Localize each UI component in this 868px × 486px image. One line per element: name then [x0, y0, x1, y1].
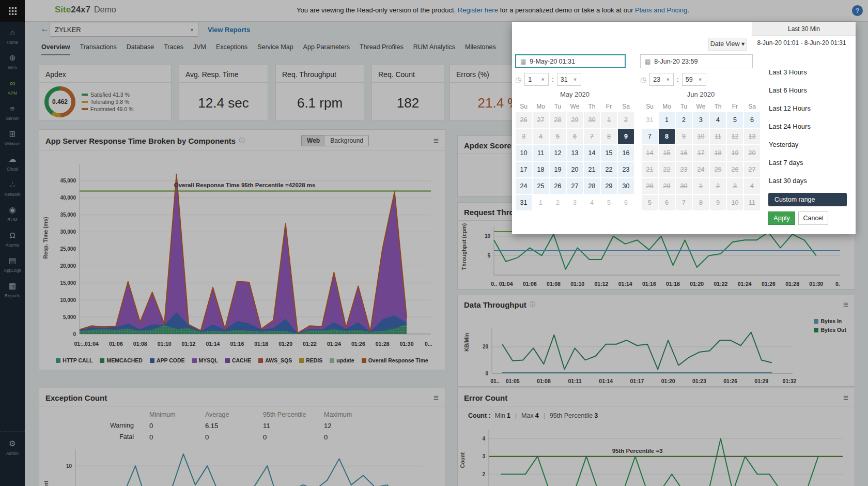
calendar-day[interactable]: 27: [566, 178, 583, 194]
calendar-day[interactable]: 1: [532, 194, 549, 211]
calendar-day[interactable]: 30: [583, 112, 600, 128]
calendar-day[interactable]: 13: [566, 145, 583, 161]
calendar-day[interactable]: 16: [617, 145, 634, 161]
calendar-day[interactable]: 30: [617, 178, 634, 194]
quick-range-yesterday[interactable]: Yesterday: [769, 139, 853, 157]
calendar-day[interactable]: 11: [743, 194, 761, 211]
cancel-button[interactable]: Cancel: [798, 211, 828, 225]
calendar-day[interactable]: 4: [743, 178, 761, 194]
calendar-day[interactable]: 4: [709, 112, 726, 128]
quick-range-last-30-days[interactable]: Last 30 days: [769, 175, 853, 193]
start-hour-select[interactable]: 1▼: [524, 73, 549, 86]
calendar-day[interactable]: 21: [641, 161, 658, 178]
calendar-day[interactable]: 5: [641, 194, 658, 211]
date-view-dropdown[interactable]: Date View ▾: [708, 38, 747, 51]
calendar-day[interactable]: 24: [515, 178, 532, 194]
calendar-day[interactable]: 21: [583, 161, 600, 178]
calendar-day[interactable]: 23: [617, 161, 634, 178]
calendar-day[interactable]: 7: [675, 194, 692, 211]
calendar-day[interactable]: 26: [726, 161, 743, 178]
calendar-day[interactable]: 5: [600, 194, 617, 211]
calendar-day[interactable]: 12: [726, 128, 743, 145]
calendar-day[interactable]: 10: [726, 194, 743, 211]
calendar-day[interactable]: 24: [692, 161, 709, 178]
calendar-day[interactable]: 22: [600, 161, 617, 178]
calendar-day[interactable]: 29: [600, 178, 617, 194]
calendar-day[interactable]: 3: [515, 128, 532, 145]
calendar-day[interactable]: 28: [583, 178, 600, 194]
quick-range-last-12-hours[interactable]: Last 12 Hours: [769, 103, 853, 121]
calendar-day[interactable]: 23: [675, 161, 692, 178]
calendar-day[interactable]: 15: [658, 145, 675, 161]
calendar-day[interactable]: 16: [675, 145, 692, 161]
calendar-day[interactable]: 10: [692, 128, 709, 145]
calendar-day[interactable]: 17: [692, 145, 709, 161]
calendar-day[interactable]: 1: [658, 112, 675, 128]
calendar-day[interactable]: 11: [532, 145, 549, 161]
calendar-day[interactable]: 29: [658, 178, 675, 194]
calendar-day[interactable]: 12: [549, 145, 566, 161]
start-date-input[interactable]: ▦ 9-May-20 01:31: [515, 54, 626, 68]
calendar-day[interactable]: 17: [515, 161, 532, 178]
calendar-day[interactable]: 8: [658, 128, 675, 145]
calendar-day[interactable]: 15: [600, 145, 617, 161]
calendar-day[interactable]: 4: [583, 194, 600, 211]
calendar-day[interactable]: 28: [641, 178, 658, 194]
calendar-day[interactable]: 2: [549, 194, 566, 211]
calendar-day[interactable]: 25: [532, 178, 549, 194]
calendar-day[interactable]: 7: [583, 128, 600, 145]
calendar-day[interactable]: 29: [566, 112, 583, 128]
calendar-day[interactable]: 14: [583, 145, 600, 161]
calendar-day[interactable]: 31: [515, 194, 532, 211]
calendar-day[interactable]: 6: [566, 128, 583, 145]
calendar-day[interactable]: 22: [658, 161, 675, 178]
calendar-day[interactable]: 2: [709, 178, 726, 194]
calendar-day[interactable]: 28: [549, 112, 566, 128]
calendar-day[interactable]: 1: [600, 112, 617, 128]
calendar-day[interactable]: 4: [532, 128, 549, 145]
calendar-day[interactable]: 2: [617, 112, 634, 128]
calendar-day[interactable]: 3: [726, 178, 743, 194]
custom-range-option[interactable]: Custom range: [768, 193, 847, 206]
calendar-day[interactable]: 6: [617, 194, 634, 211]
quick-range-last-6-hours[interactable]: Last 6 Hours: [769, 85, 853, 103]
calendar-day[interactable]: 2: [675, 112, 692, 128]
end-date-input[interactable]: ▦ 8-Jun-20 23:59: [640, 54, 753, 68]
calendar-day[interactable]: 31: [641, 112, 658, 128]
calendar-day[interactable]: 9: [675, 128, 692, 145]
end-minute-select[interactable]: 59▼: [682, 73, 706, 86]
calendar-day[interactable]: 18: [709, 145, 726, 161]
calendar-day[interactable]: 27: [532, 112, 549, 128]
calendar-day[interactable]: 5: [549, 128, 566, 145]
calendar-day[interactable]: 30: [675, 178, 692, 194]
calendar-day[interactable]: 18: [532, 161, 549, 178]
calendar-day[interactable]: 9: [709, 194, 726, 211]
calendar-day[interactable]: 13: [743, 128, 761, 145]
current-range-tab[interactable]: Last 30 Min: [752, 22, 856, 36]
calendar-day[interactable]: 20: [566, 161, 583, 178]
calendar-day[interactable]: 3: [566, 194, 583, 211]
quick-range-last-7-days[interactable]: Last 7 days: [769, 157, 853, 175]
calendar-day[interactable]: 27: [743, 161, 761, 178]
calendar-day[interactable]: 14: [641, 145, 658, 161]
calendar-day[interactable]: 11: [709, 128, 726, 145]
quick-range-last-3-hours[interactable]: Last 3 Hours: [769, 67, 853, 85]
calendar-day[interactable]: 19: [726, 145, 743, 161]
calendar-day[interactable]: 8: [692, 194, 709, 211]
calendar-day[interactable]: 25: [709, 161, 726, 178]
calendar-day[interactable]: 6: [743, 112, 761, 128]
end-hour-select[interactable]: 23▼: [649, 73, 674, 86]
apply-button[interactable]: Apply: [768, 211, 795, 225]
calendar-day[interactable]: 3: [692, 112, 709, 128]
calendar-day[interactable]: 20: [743, 145, 761, 161]
calendar-day[interactable]: 6: [658, 194, 675, 211]
calendar-day[interactable]: 8: [600, 128, 617, 145]
calendar-day[interactable]: 7: [641, 128, 658, 145]
start-minute-select[interactable]: 31▼: [557, 73, 581, 86]
calendar-day[interactable]: 9: [617, 128, 634, 145]
calendar-day[interactable]: 5: [726, 112, 743, 128]
calendar-day[interactable]: 19: [549, 161, 566, 178]
calendar-day[interactable]: 1: [692, 178, 709, 194]
calendar-day[interactable]: 26: [515, 112, 532, 128]
calendar-day[interactable]: 10: [515, 145, 532, 161]
